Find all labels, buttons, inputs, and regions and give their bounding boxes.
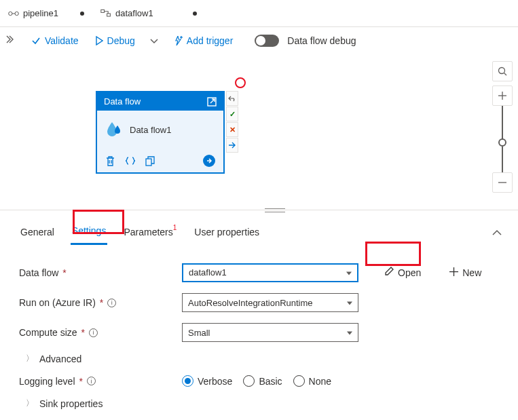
zoom-out-button[interactable] <box>492 172 513 193</box>
node-title: Data flow1 <box>130 125 171 135</box>
logging-radio-group: Verbose Basic None <box>182 375 331 387</box>
open-button[interactable]: Open <box>375 263 430 282</box>
resize-handle[interactable] <box>265 208 285 212</box>
chevron-right-icon: 〉 <box>26 398 34 409</box>
radio-basic[interactable]: Basic <box>243 375 282 387</box>
chevron-right-icon: 〉 <box>26 353 34 364</box>
tab-pipeline1[interactable]: pipeline1 <box>0 0 92 26</box>
collapse-panel-button[interactable] <box>492 228 504 238</box>
unsaved-dot-icon <box>80 12 84 16</box>
side-arrow-icon[interactable] <box>226 138 238 153</box>
dataflow-icon <box>100 9 111 18</box>
code-icon[interactable] <box>125 156 136 166</box>
tab-user-properties[interactable]: User properties <box>193 223 261 244</box>
dataflow-debug-label: Data flow debug <box>287 35 356 46</box>
info-icon[interactable]: i <box>107 299 116 307</box>
add-trigger-button[interactable]: Add trigger <box>166 31 240 50</box>
pipeline-canvas[interactable]: Data flow Data flow1 ✓ ✕ <box>0 54 518 210</box>
radio-unchecked-icon <box>293 375 305 387</box>
logging-label: Logging level <box>19 376 75 387</box>
toolbar: Validate Debug Add trigger Data flow deb… <box>0 27 518 54</box>
debug-button[interactable]: Debug <box>88 31 142 50</box>
waterdrop-icon <box>105 120 123 140</box>
tab-general[interactable]: General <box>19 223 56 244</box>
annotation-circle <box>235 77 246 88</box>
radio-checked-icon <box>182 375 193 387</box>
play-icon <box>95 36 103 45</box>
svg-line-10 <box>504 73 507 76</box>
check-icon <box>31 36 41 45</box>
expand-chevron-icon[interactable] <box>4 35 14 45</box>
runon-label: Run on (Azure IR) <box>19 297 96 308</box>
svg-rect-8 <box>146 159 151 166</box>
tab-label: pipeline1 <box>23 8 58 18</box>
zoom-handle[interactable] <box>498 138 506 147</box>
tab-parameters[interactable]: Parameters1 <box>122 223 178 244</box>
side-check-icon[interactable]: ✓ <box>226 107 238 121</box>
trigger-icon <box>173 36 183 45</box>
node-header: Data flow <box>97 92 223 111</box>
info-icon[interactable]: i <box>87 377 96 385</box>
tab-settings[interactable]: Settings <box>71 221 108 245</box>
validate-button[interactable]: Validate <box>24 31 86 50</box>
arrow-right-icon[interactable] <box>203 155 215 167</box>
svg-point-9 <box>499 68 505 74</box>
open-external-icon[interactable] <box>207 97 217 107</box>
unsaved-dot-icon <box>193 12 197 16</box>
file-tabs: pipeline1 dataflow1 <box>0 0 518 27</box>
node-footer <box>97 149 223 172</box>
node-side-actions: ✓ ✕ <box>226 91 238 153</box>
radio-none[interactable]: None <box>293 375 331 387</box>
zoom-toolbar <box>492 61 513 193</box>
svg-rect-0 <box>9 12 12 15</box>
svg-rect-1 <box>15 12 18 15</box>
dataflow-activity-node[interactable]: Data flow Data flow1 <box>96 91 225 174</box>
badge-count: 1 <box>173 224 177 231</box>
copy-icon[interactable] <box>145 156 155 166</box>
radio-verbose[interactable]: Verbose <box>182 375 232 387</box>
edit-icon <box>384 267 394 278</box>
details-panel: General Settings Parameters1 User proper… <box>0 210 518 420</box>
radio-unchecked-icon <box>243 375 255 387</box>
dataflow-label: Data flow <box>19 267 58 278</box>
plus-icon <box>449 267 458 278</box>
svg-rect-4 <box>107 14 111 16</box>
dataflow-debug-toggle[interactable] <box>255 35 279 47</box>
dataflow-select[interactable]: dataflow1 <box>182 263 358 282</box>
zoom-slider[interactable] <box>502 106 503 140</box>
node-body: Data flow1 <box>97 111 223 149</box>
runon-select[interactable]: AutoResolveIntegrationRuntime <box>182 293 358 312</box>
side-undo-icon[interactable] <box>226 91 238 106</box>
side-x-icon[interactable]: ✕ <box>226 122 238 137</box>
pipeline-icon <box>8 9 19 18</box>
zoom-slider[interactable] <box>502 147 503 172</box>
canvas-search-button[interactable] <box>492 61 513 81</box>
tab-label: dataflow1 <box>115 8 153 18</box>
compute-select[interactable]: Small <box>182 323 358 342</box>
info-icon[interactable]: i <box>89 328 98 337</box>
svg-rect-3 <box>101 9 105 12</box>
zoom-in-button[interactable] <box>492 85 513 106</box>
staging-expander[interactable]: 〉 Staging i <box>26 415 504 420</box>
tab-dataflow1[interactable]: dataflow1 <box>92 0 205 26</box>
new-button[interactable]: New <box>440 263 491 282</box>
sink-expander[interactable]: 〉 Sink properties <box>26 392 504 415</box>
advanced-expander[interactable]: 〉 Advanced <box>26 347 504 370</box>
settings-form: Data flow * dataflow1 Open New Run on (A… <box>19 245 504 420</box>
detail-tabs: General Settings Parameters1 User proper… <box>19 214 504 245</box>
delete-icon[interactable] <box>105 156 115 166</box>
debug-dropdown[interactable] <box>145 32 164 50</box>
compute-label: Compute size <box>19 327 77 338</box>
